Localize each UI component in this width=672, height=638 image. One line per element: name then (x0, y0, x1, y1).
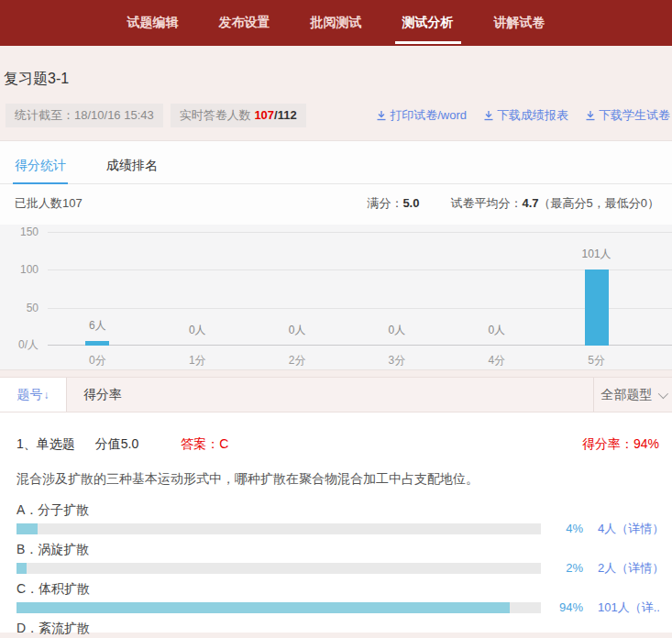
stat-deadline: 统计截至：18/10/16 15:43 (6, 104, 163, 127)
sort-label: 题号 (17, 387, 43, 403)
bar-0分[interactable] (85, 341, 109, 346)
bar-value-label: 0人 (289, 323, 306, 338)
chart-column: 0人 (248, 232, 347, 346)
question-answer: 答案：C (181, 436, 228, 453)
graded-count: 已批人数107 (15, 195, 83, 212)
page-title: 复习题3-1 (2, 46, 672, 89)
tab-score-statistics[interactable]: 得分统计 (15, 158, 66, 183)
nav-tab-publish[interactable]: 发布设置 (215, 0, 274, 46)
print-paper-label: 打印试卷/word (390, 107, 467, 124)
bar-5分[interactable] (585, 270, 609, 346)
full-score: 满分：5.0 (367, 195, 419, 212)
analysis-card: 得分统计 成绩排名 已批人数107 满分：5.0 试卷平均分：4.7（最高分5，… (0, 140, 672, 370)
x-tick: 2分 (248, 353, 347, 368)
chart-column: 0人 (148, 232, 248, 346)
x-tick: 5分 (546, 353, 646, 368)
y-tick-100: 100 (20, 263, 39, 276)
x-tick: 0分 (48, 353, 148, 368)
chart-column: 101人 (546, 232, 646, 346)
bar-value-label: 0人 (389, 323, 406, 338)
bar-value-label: 6人 (89, 318, 106, 334)
option-row-a: A．分子扩散 4% 4人（详情） (17, 502, 659, 534)
chart-column: 6人 (48, 232, 148, 346)
score-distribution-chart: 150 100 50 0/人 6人 0人 0人 0人 0人 101人 0分 1分… (0, 225, 672, 369)
nav-tab-explain[interactable]: 讲解试卷 (490, 0, 549, 46)
answered-total: /112 (274, 108, 297, 122)
option-detail-link[interactable]: 101人（详... (598, 600, 659, 616)
header-band: 复习题3-1 统计截至：18/10/16 15:43 实时答卷人数 107/11… (0, 46, 672, 127)
question-type-value: 全部题型 (601, 387, 653, 403)
download-student-papers-link[interactable]: 下载学生试卷 (585, 107, 670, 124)
question-filter-row: 题号 ↓ 得分率 全部题型 (0, 377, 672, 412)
chart-column: 0人 (446, 232, 546, 346)
option-percent: 94% (541, 600, 583, 614)
question-text: 混合涉及扩散的三种基本运动形式中，哪种扩散在聚合物混合加工中占支配地位。 (17, 471, 659, 488)
answered-label: 实时答卷人数 (180, 108, 255, 122)
x-tick: 3分 (347, 353, 446, 368)
option-row-d: D．紊流扩散 0% 0人 (17, 621, 659, 638)
option-label: A．分子扩散 (17, 502, 659, 519)
question-number-type: 1、单选题 (17, 436, 75, 453)
sort-desc-icon: ↓ (44, 389, 50, 402)
option-label: D．紊流扩散 (17, 621, 659, 637)
options-list: A．分子扩散 4% 4人（详情） B．涡旋扩散 2% 2人（详情） C．体积扩散… (17, 502, 659, 638)
bar-value-label: 101人 (582, 247, 611, 262)
bar-value-label: 0人 (189, 323, 206, 338)
download-student-papers-label: 下载学生试卷 (599, 107, 670, 124)
score-rate-header: 得分率 (67, 378, 122, 412)
y-tick-0: 0/人 (18, 337, 39, 353)
question-header: 1、单选题 分值5.0 答案：C 得分率：94% (17, 436, 659, 453)
option-bar-fill (17, 602, 510, 613)
question-detail: 1、单选题 分值5.0 答案：C 得分率：94% 混合涉及扩散的三种基本运动形式… (0, 412, 672, 632)
option-label: C．体积扩散 (17, 581, 659, 598)
question-score-rate: 得分率：94% (582, 436, 659, 453)
option-bar-fill (17, 523, 38, 534)
stat-answered: 实时答卷人数 107/112 (171, 104, 306, 127)
average-score: 试卷平均分：4.7（最高分5，最低分0） (450, 195, 659, 212)
x-tick: 1分 (148, 353, 248, 368)
option-row-c: C．体积扩散 94% 101人（详... (17, 581, 659, 613)
nav-tab-analysis[interactable]: 测试分析 (399, 0, 457, 46)
download-icon (376, 110, 387, 121)
download-links: 打印试卷/word 下载成绩报表 下载学生试卷 (376, 107, 672, 124)
option-row-b: B．涡旋扩散 2% 2人（详情） (17, 542, 659, 574)
chart-columns: 6人 0人 0人 0人 0人 101人 (48, 232, 646, 346)
x-axis-labels: 0分 1分 2分 3分 4分 5分 (48, 353, 646, 368)
question-type-dropdown[interactable]: 全部题型 (593, 378, 672, 412)
option-percent: 4% (541, 522, 583, 535)
nav-tab-edit[interactable]: 试题编辑 (124, 0, 182, 46)
bar-value-label: 0人 (488, 323, 505, 338)
tab-score-ranking[interactable]: 成绩排名 (106, 158, 158, 183)
stats-row: 统计截至：18/10/16 15:43 实时答卷人数 107/112 打印试卷/… (6, 104, 672, 127)
summary-row: 已批人数107 满分：5.0 试卷平均分：4.7（最高分5，最低分0） (0, 184, 672, 221)
download-report-label: 下载成绩报表 (497, 107, 568, 124)
print-paper-link[interactable]: 打印试卷/word (376, 107, 467, 124)
sort-by-question-number[interactable]: 题号 ↓ (0, 378, 67, 412)
option-bar-track (17, 563, 541, 574)
x-tick: 4分 (446, 353, 546, 368)
download-icon (483, 110, 494, 121)
chevron-down-icon (657, 388, 667, 398)
chart-plot-area: 150 100 50 0/人 6人 0人 0人 0人 0人 101人 (48, 232, 672, 346)
option-label: B．涡旋扩散 (17, 542, 659, 558)
question-score: 分值5.0 (95, 436, 138, 453)
option-percent: 2% (541, 561, 583, 575)
y-tick-50: 50 (27, 302, 39, 314)
option-bar-track (17, 523, 541, 534)
option-bar-fill (17, 563, 27, 574)
top-navigation: 试题编辑 发布设置 批阅测试 测试分析 讲解试卷 (0, 0, 672, 46)
chart-column: 0人 (347, 232, 446, 346)
nav-tab-review[interactable]: 批阅测试 (307, 0, 366, 46)
analysis-tabs: 得分统计 成绩排名 (0, 141, 672, 184)
option-detail-link[interactable]: 2人（详情） (598, 560, 659, 577)
option-bar-track (17, 602, 541, 613)
option-detail-link[interactable]: 4人（详情） (598, 521, 659, 537)
download-report-link[interactable]: 下载成绩报表 (483, 107, 568, 124)
answered-count: 107 (254, 108, 274, 122)
y-tick-150: 150 (20, 226, 39, 238)
download-icon (585, 110, 596, 121)
